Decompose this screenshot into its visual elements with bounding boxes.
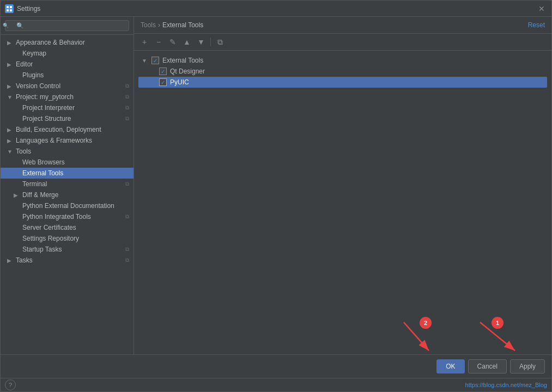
copy-icon: ⧉ — [125, 115, 129, 122]
copy-icon: ⧉ — [125, 94, 129, 100]
sidebar-item-label: Web Browsers — [22, 158, 65, 166]
close-button[interactable]: ✕ — [536, 3, 547, 14]
app-icon — [5, 4, 14, 13]
ext-item-qt-designer[interactable]: ✓ Qt Designer — [138, 66, 547, 77]
sidebar-item-label: Version Control — [16, 82, 60, 90]
remove-button[interactable]: − — [153, 36, 165, 48]
sidebar-item-keymap[interactable]: Keymap — [1, 48, 134, 59]
sidebar-item-label: Project Structure — [22, 115, 71, 122]
copy-icon: ⧉ — [125, 83, 129, 89]
breadcrumb-parent: Tools — [141, 21, 156, 29]
item-label: Qt Designer — [170, 68, 205, 75]
sidebar-item-label: Languages & Frameworks — [16, 137, 92, 144]
sidebar-item-settings-repo[interactable]: Settings Repository — [1, 233, 134, 244]
sidebar-item-appearance[interactable]: ▶ Appearance & Behavior — [1, 37, 134, 48]
sidebar-item-label: Keymap — [22, 50, 46, 57]
titlebar: Settings ✕ — [1, 1, 551, 17]
svg-rect-0 — [7, 6, 9, 8]
arrow-icon: ▶ — [14, 192, 20, 198]
sidebar-item-label: External Tools — [22, 169, 63, 177]
copy-icon: ⧉ — [125, 181, 129, 187]
sidebar-item-tools[interactable]: ▼ Tools — [1, 146, 134, 157]
sidebar-item-python-ext-doc[interactable]: Python External Documentation — [1, 200, 134, 211]
sidebar-item-label: Server Certificates — [22, 224, 76, 231]
copy-icon: ⧉ — [125, 105, 129, 111]
sidebar-item-label: Build, Execution, Deployment — [16, 126, 101, 133]
sidebar-item-label: Plugins — [22, 71, 44, 79]
apply-button[interactable]: Apply — [510, 359, 545, 373]
sidebar-item-label: Settings Repository — [22, 235, 79, 242]
sidebar-item-version-control[interactable]: ▶ Version Control ⧉ — [1, 81, 134, 91]
right-panel: Tools › External Tools Reset + − ✎ ▲ ▼ ⧉… — [134, 17, 551, 354]
sidebar-item-web-browsers[interactable]: Web Browsers — [1, 157, 134, 168]
sidebar-item-label: Tools — [16, 148, 31, 155]
arrow-icon: ▶ — [7, 62, 14, 68]
search-box — [1, 17, 134, 35]
ok-button[interactable]: OK — [436, 359, 464, 373]
item-checkbox[interactable]: ✓ — [159, 78, 167, 86]
reset-button[interactable]: Reset — [528, 21, 545, 29]
sidebar-item-python-integrated[interactable]: Python Integrated Tools ⧉ — [1, 211, 134, 222]
search-input[interactable] — [5, 20, 129, 31]
breadcrumb-current: External Tools — [162, 21, 203, 29]
sidebar-item-label: Python External Documentation — [22, 202, 114, 210]
group-label: External Tools — [162, 57, 203, 64]
sidebar-item-project-structure[interactable]: Project Structure ⧉ — [1, 113, 134, 124]
bottom-section: 1 2 OK Cancel Apply ? https://blog.csdn.… — [1, 354, 551, 391]
group-arrow-icon: ▼ — [142, 58, 149, 64]
sidebar-item-label: Editor — [16, 60, 33, 68]
sidebar-item-project-interpreter[interactable]: Project Interpreter ⧉ — [1, 102, 134, 113]
move-down-button[interactable]: ▼ — [195, 36, 207, 48]
sidebar-item-startup-tasks[interactable]: Startup Tasks ⧉ — [1, 244, 134, 255]
help-button[interactable]: ? — [5, 379, 16, 390]
toolbar-separator — [210, 38, 211, 46]
group-checkbox[interactable]: ✓ — [151, 57, 159, 64]
sidebar-item-external-tools[interactable]: External Tools — [1, 168, 134, 179]
sidebar-item-build[interactable]: ▶ Build, Execution, Deployment — [1, 124, 134, 135]
edit-button[interactable]: ✎ — [167, 36, 179, 48]
tools-tree: ▼ ✓ External Tools ✓ Qt Designer ✓ PyUIC — [134, 51, 551, 354]
arrow-icon: ▶ — [7, 40, 14, 46]
sidebar-item-label: Diff & Merge — [22, 191, 58, 199]
copy-icon: ⧉ — [125, 213, 129, 220]
arrow-icon: ▼ — [7, 94, 14, 100]
sidebar-item-server-certs[interactable]: Server Certificates — [1, 222, 134, 233]
arrow-icon: ▶ — [7, 83, 14, 89]
copy-button[interactable]: ⧉ — [214, 36, 226, 48]
sidebar-item-editor[interactable]: ▶ Editor — [1, 59, 134, 70]
annotation-2: 2 — [420, 317, 432, 329]
annotation-1: 1 — [492, 317, 504, 329]
sidebar-item-label: Tasks — [16, 256, 33, 264]
url-label: https://blog.csdn.net/mez_Blog — [465, 382, 547, 388]
sidebar-item-terminal[interactable]: Terminal ⧉ — [1, 179, 134, 189]
main-area: ▶ Appearance & Behavior Keymap ▶ Editor … — [1, 17, 551, 354]
arrow-icon: ▶ — [7, 138, 14, 144]
breadcrumb-separator: › — [158, 21, 160, 29]
ext-group-external-tools[interactable]: ▼ ✓ External Tools — [138, 55, 547, 66]
sidebar-item-tasks[interactable]: ▶ Tasks ⧉ — [1, 255, 134, 266]
item-label: PyUIC — [170, 78, 189, 86]
add-button[interactable]: + — [138, 36, 150, 48]
sidebar: ▶ Appearance & Behavior Keymap ▶ Editor … — [1, 17, 134, 354]
copy-icon: ⧉ — [125, 246, 129, 253]
svg-rect-1 — [10, 6, 12, 8]
sidebar-item-label: Project: my_pytorch — [16, 93, 74, 101]
sidebar-item-label: Python Integrated Tools — [22, 213, 91, 220]
sidebar-tree: ▶ Appearance & Behavior Keymap ▶ Editor … — [1, 35, 134, 354]
sidebar-item-label: Project Interpreter — [22, 104, 75, 112]
status-bar: ? https://blog.csdn.net/mez_Blog — [1, 378, 551, 391]
copy-icon: ⧉ — [125, 257, 129, 264]
sidebar-item-diff-merge[interactable]: ▶ Diff & Merge — [1, 189, 134, 200]
ext-item-pyuic[interactable]: ✓ PyUIC — [138, 77, 547, 88]
item-checkbox[interactable]: ✓ — [159, 68, 167, 75]
buttons-area: 1 2 OK Cancel Apply — [1, 354, 551, 378]
sidebar-item-languages[interactable]: ▶ Languages & Frameworks — [1, 135, 134, 146]
arrow-icon: ▶ — [7, 127, 14, 133]
arrow-icon: ▼ — [7, 149, 14, 155]
settings-window: Settings ✕ ▶ Appearance & Behavior Keyma… — [0, 0, 552, 392]
sidebar-item-plugins[interactable]: Plugins — [1, 70, 134, 81]
move-up-button[interactable]: ▲ — [181, 36, 193, 48]
svg-rect-3 — [10, 9, 12, 11]
cancel-button[interactable]: Cancel — [468, 359, 507, 373]
sidebar-item-project[interactable]: ▼ Project: my_pytorch ⧉ — [1, 91, 134, 102]
